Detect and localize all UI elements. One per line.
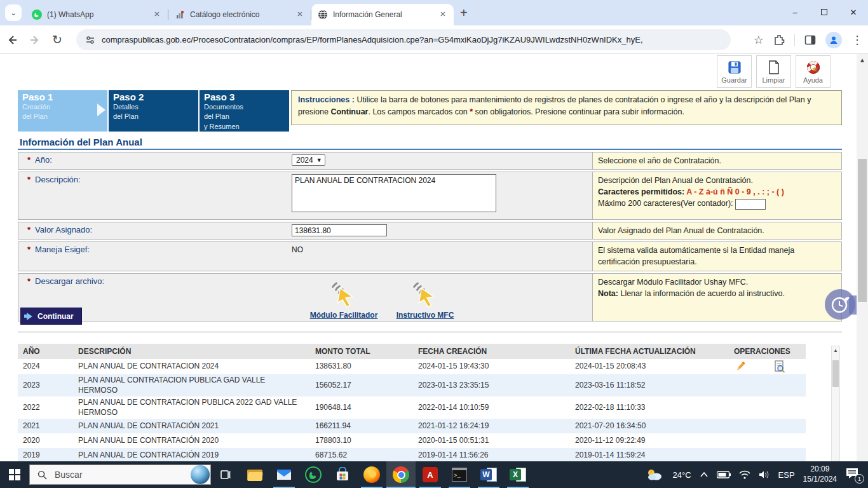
side-panel-icon[interactable] [804,34,816,46]
table-row[interactable]: 2021PLAN ANUAL DE CONTRATACIÓN 202116621… [18,419,806,433]
profile-avatar-icon[interactable] [825,32,842,48]
form-title: Información del Plan Anual [18,135,842,150]
reload-icon[interactable]: ↻ [52,32,62,47]
edit-pencil-icon[interactable] [734,360,747,373]
cell-operations [729,454,806,457]
step-title: Paso 1 [22,92,107,102]
task-view-button[interactable] [211,461,240,488]
table-row[interactable]: 2024PLAN ANUAL DE CONTRATACION 202413863… [18,359,806,374]
tab-close-icon[interactable]: × [294,9,306,20]
taskbar-chrome[interactable] [386,461,416,488]
extensions-icon[interactable] [773,34,785,46]
descripcion-help: Descripción del Plan Anual de Contrataci… [592,172,841,219]
tab-close-icon[interactable]: × [437,9,449,20]
counter-input[interactable] [735,199,766,210]
taskbar-firefox[interactable] [357,461,386,488]
col-operaciones: OPERACIONES [729,344,806,359]
floating-clock-widget[interactable] [825,289,858,322]
clear-label: Limpiar [762,76,785,84]
clock-icon[interactable] [825,289,855,320]
table-scrollbar-thumb[interactable] [832,360,839,387]
taskbar-acrobat[interactable]: A [416,461,445,488]
excel-icon: X [510,467,526,482]
terminal-icon: >_ [452,468,467,482]
help-button[interactable]: Ayuda [796,55,831,88]
taskbar-excel[interactable]: X [503,461,532,488]
taskbar-whatsapp[interactable] [299,461,328,488]
instructivo-mfc-download[interactable]: Instructivo MFC [390,278,461,320]
language-label[interactable]: ESP [778,470,795,480]
year-select[interactable]: 2024▼ [292,154,325,166]
taskbar-explorer[interactable] [240,461,269,488]
browser-navbar: ↻ compraspublicas.gob.ec/ProcesoContrata… [0,25,868,54]
continuar-button[interactable]: Continuar [20,308,82,325]
new-tab-button[interactable]: + [460,6,468,20]
battery-icon[interactable] [717,471,731,478]
start-button[interactable] [0,461,29,488]
menu-kebab-icon[interactable]: ⋮ [851,33,863,47]
screen: ⌄ (1) WhatsApp × Catálogo electrónico × … [0,0,868,488]
tab-search-button[interactable]: ⌄ [5,4,22,21]
view-document-icon[interactable] [773,360,786,373]
weather-icon[interactable] [646,468,665,482]
cell-updated: 2023-03-16 11:18:52 [570,379,729,392]
anio-label: Año: [35,155,52,165]
scroll-up-icon[interactable]: ▲ [832,346,839,353]
modulo-facilitador-download[interactable]: Módulo Facilitador [308,278,379,320]
close-button[interactable]: ✕ [839,0,868,24]
back-icon[interactable] [6,34,18,46]
clear-button[interactable]: Limpiar [756,55,791,88]
descripcion-textarea[interactable]: PLAN ANUAL DE CONTRATACION 2024 [292,174,496,212]
minimize-button[interactable]: – [780,0,810,24]
restore-button[interactable] [810,0,839,24]
tray-chevron-icon[interactable] [700,471,709,478]
table-row[interactable]: 2022PLAN ANUAL DE CONTRATACION PUBLICA 2… [18,396,806,419]
download-cursor-icon [328,278,360,310]
modulo-facilitador-link[interactable]: Módulo Facilitador [310,311,378,320]
clock-datetime[interactable]: 20:09 15/1/2024 [803,464,837,484]
tab-close-icon[interactable]: × [151,9,163,20]
window-controls: – ✕ [780,0,868,25]
tab-whatsapp[interactable]: (1) WhatsApp × [25,4,168,25]
table-row[interactable]: 2020PLAN ANUAL DE CONTRATACIÓN 202017880… [18,433,806,448]
notification-button[interactable]: 1 [845,467,862,482]
cell-created: 2024-01-15 19:43:30 [413,360,570,373]
instructions-box: Instrucciones : Utilice la barra de boto… [291,90,842,125]
step-3: Paso 3 Documentosdel Plany Resumen [200,90,289,132]
tab-informacion-general[interactable]: Información General × [311,4,454,25]
page-scrollbar-thumb[interactable] [858,159,867,302]
tune-icon[interactable] [85,35,95,45]
cell-monto: 138631.80 [310,360,413,373]
step-1: Paso 1 Creacióndel Plan [18,90,107,132]
taskbar-word[interactable]: W [474,461,503,488]
cell-desc: PLAN ANUAL CONTRATACION PUBLICA GAD VALL… [73,374,310,396]
instructivo-mfc-link[interactable]: Instructivo MFC [397,311,454,320]
cell-desc: PLAN ANUAL DE CONTRATACIÓN 2019 [73,449,310,462]
page-scrollbar[interactable]: ▲ [857,54,868,488]
divider [18,332,842,332]
required-icon: * [27,175,31,184]
address-bar[interactable]: compraspublicas.gob.ec/ProcesoContrataci… [76,29,731,50]
table-row[interactable]: 2019PLAN ANUAL DE CONTRATACIÓN 201968715… [18,448,806,463]
valor-input[interactable] [292,224,387,236]
search-highlight-image[interactable] [191,465,210,484]
anio-help: Seleccione el año de Contratación. [592,152,841,169]
table-row[interactable]: 2023PLAN ANUAL CONTRATACION PUBLICA GAD … [18,374,806,396]
save-button[interactable]: Guardar [717,55,752,88]
taskbar-search[interactable]: Buscar [29,464,211,485]
tab-catalogo[interactable]: Catálogo electrónico × [168,4,311,25]
start-icon [9,469,20,480]
forward-icon[interactable] [29,34,41,46]
bookmark-star-icon[interactable]: ☆ [754,33,764,47]
step-title: Paso 2 [113,92,198,102]
temperature-label[interactable]: 24°C [673,470,691,480]
scroll-up-icon[interactable]: ▲ [857,54,868,64]
taskbar-terminal[interactable]: >_ [445,461,474,488]
wifi-icon[interactable] [739,470,750,479]
whatsapp-icon [305,466,322,483]
system-tray: 24°C ESP 20:09 15/1/2024 1 [646,461,868,488]
volume-icon[interactable] [759,470,770,479]
taskbar-store[interactable] [328,461,357,488]
cell-created: 2021-01-12 16:24:19 [413,420,570,433]
taskbar-mail[interactable] [269,461,299,488]
